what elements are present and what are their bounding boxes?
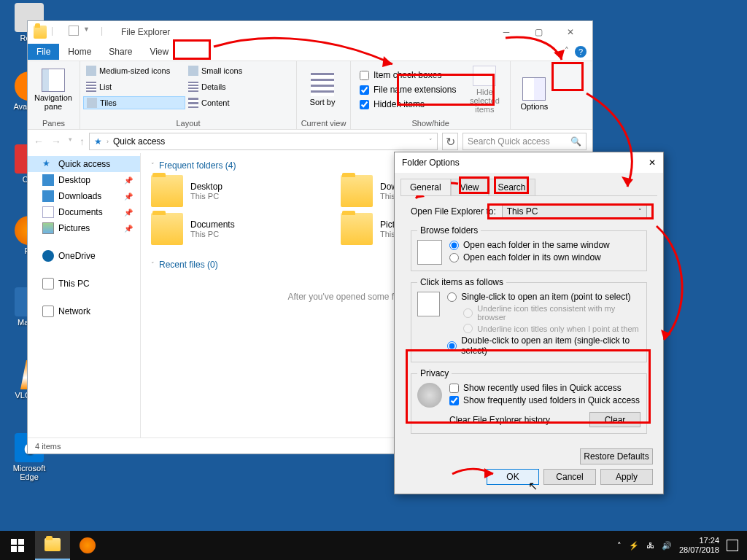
back-button[interactable]: ←: [34, 136, 44, 147]
folder-icon: [34, 26, 47, 39]
minimize-button[interactable]: ─: [490, 22, 522, 42]
clear-button[interactable]: Clear: [589, 412, 640, 427]
radio-same-window[interactable]: Open each folder in the same window: [449, 240, 610, 250]
tray-chevron-icon[interactable]: ˄: [617, 541, 622, 551]
close-button[interactable]: ✕: [554, 22, 587, 42]
hide-selected-button[interactable]: Hide selected items: [462, 63, 507, 117]
sidebar-item-documents[interactable]: Documents📌: [28, 204, 140, 220]
chk-item-checkboxes[interactable]: Item check boxes: [360, 69, 456, 81]
group-label: [511, 127, 557, 129]
taskbar-explorer[interactable]: [35, 531, 70, 560]
ribbon-tabs: File Home Share View ˄ ?: [28, 43, 592, 61]
cursor-icon: ↖: [528, 479, 538, 493]
search-input[interactable]: Search Quick access 🔍: [462, 133, 587, 150]
dlg-tab-general[interactable]: General: [400, 179, 451, 195]
titlebar[interactable]: | ▼ | File Explorer ─ ▢ ✕: [28, 21, 592, 43]
taskbar-firefox[interactable]: [70, 531, 105, 560]
privacy-group: Privacy Show recently used files in Quic…: [411, 368, 647, 434]
qa-icon[interactable]: [69, 26, 79, 36]
search-icon: 🔍: [570, 136, 581, 147]
desktop-label: Microsoft Edge: [13, 464, 46, 481]
close-button[interactable]: ✕: [649, 158, 656, 168]
chk-recent-files[interactable]: Show recently used files in Quick access: [449, 383, 640, 393]
privacy-icon: [417, 383, 442, 408]
layout-tiles[interactable]: Tiles: [83, 96, 185, 109]
sidebar-item-thispc[interactable]: This PC: [28, 276, 140, 292]
tab-view[interactable]: View: [141, 44, 177, 60]
navigation-pane-button[interactable]: Navigation pane: [31, 63, 76, 117]
chevron-down-icon[interactable]: ▼: [83, 26, 96, 39]
taskbar: ˄ ⚡ 🖧 🔊 17:24 28/07/2018: [0, 531, 747, 560]
radio-own-window[interactable]: Open each folder in its own window: [449, 252, 610, 262]
tab-share[interactable]: Share: [100, 44, 141, 60]
svg-rect-1: [18, 539, 24, 545]
dlg-tab-search[interactable]: Search: [489, 179, 535, 195]
layout-medium[interactable]: Medium-sized icons: [83, 65, 185, 77]
divider: |: [101, 26, 114, 39]
refresh-button[interactable]: ↻: [442, 133, 458, 150]
collapse-ribbon-icon[interactable]: ˄: [565, 46, 569, 58]
notifications-icon[interactable]: [727, 540, 738, 551]
breadcrumb-text: Quick access: [113, 136, 165, 147]
pin-icon: 📌: [124, 192, 133, 201]
sidebar: ★Quick access Desktop📌 Downloads📌 Docume…: [28, 153, 141, 438]
dialog-title: Folder Options: [402, 158, 460, 168]
tile-desktop[interactable]: DesktopThis PC: [151, 175, 311, 207]
sidebar-item-quick-access[interactable]: ★Quick access: [28, 156, 140, 172]
clock[interactable]: 17:24 28/07/2018: [679, 536, 719, 555]
layout-details[interactable]: Details: [185, 81, 287, 93]
group-label: Panes: [28, 118, 80, 129]
tile-documents[interactable]: DocumentsThis PC: [151, 213, 311, 245]
folder-options-dialog: Folder Options ✕ General View Search Ope…: [394, 152, 664, 494]
layout-content[interactable]: Content: [185, 97, 287, 109]
restore-defaults-button[interactable]: Restore Defaults: [580, 448, 653, 464]
clear-history-label: Clear File Explorer history: [449, 415, 550, 425]
layout-small[interactable]: Small icons: [185, 65, 287, 77]
tab-home[interactable]: Home: [59, 44, 100, 60]
sidebar-item-desktop[interactable]: Desktop📌: [28, 172, 140, 188]
up-button[interactable]: ↑: [80, 136, 85, 147]
system-tray: ˄ ⚡ 🖧 🔊 17:24 28/07/2018: [617, 536, 747, 555]
divider: |: [51, 26, 64, 39]
click-items-group: Click items as follows Single-click to o…: [411, 277, 647, 362]
layout-list[interactable]: List: [83, 81, 185, 93]
volume-icon[interactable]: 🔊: [662, 541, 672, 551]
forward-button[interactable]: →: [51, 136, 61, 147]
window-title: File Explorer: [121, 27, 170, 37]
dialog-titlebar[interactable]: Folder Options ✕: [395, 152, 663, 173]
options-button[interactable]: Options: [514, 63, 554, 125]
radio-single-click[interactable]: Single-click to open an item (point to s…: [447, 292, 640, 302]
recent-button[interactable]: ▾: [69, 136, 72, 147]
pin-icon: 📌: [124, 209, 133, 217]
tab-file[interactable]: File: [28, 44, 59, 60]
cancel-button[interactable]: Cancel: [543, 469, 596, 485]
svg-rect-0: [11, 539, 17, 545]
sidebar-item-pictures[interactable]: Pictures📌: [28, 220, 140, 236]
pin-icon: 📌: [124, 176, 133, 184]
svg-rect-3: [18, 546, 24, 552]
sidebar-item-network[interactable]: Network: [28, 303, 140, 319]
sidebar-item-downloads[interactable]: Downloads📌: [28, 188, 140, 204]
battery-icon[interactable]: ⚡: [629, 541, 639, 551]
chk-frequent-folders[interactable]: Show frequently used folders in Quick ac…: [449, 395, 640, 405]
ribbon: Navigation pane Panes Medium-sized icons…: [28, 61, 592, 130]
dlg-tab-view[interactable]: View: [451, 179, 489, 195]
open-to-label: Open File Explorer to:: [411, 206, 496, 217]
radio-double-click[interactable]: Double-click to open an item (single-cli…: [447, 335, 640, 356]
start-button[interactable]: [0, 531, 35, 560]
svg-rect-2: [11, 546, 17, 552]
group-label: Show/hide: [351, 118, 510, 129]
chk-hidden-items[interactable]: Hidden items: [360, 98, 456, 110]
maximize-button[interactable]: ▢: [522, 22, 554, 42]
click-icon: [417, 292, 440, 316]
sort-by-button[interactable]: Sort by: [300, 63, 345, 117]
apply-button[interactable]: Apply: [600, 469, 653, 485]
network-icon[interactable]: 🖧: [646, 541, 654, 550]
breadcrumb[interactable]: ★ › Quick access ˅: [89, 133, 438, 150]
sidebar-item-onedrive[interactable]: OneDrive: [28, 248, 140, 264]
layout-gallery[interactable]: Medium-sized icons Small icons List Deta…: [83, 63, 293, 117]
chk-file-extensions[interactable]: File name extensions: [360, 84, 456, 96]
help-icon[interactable]: ?: [575, 46, 587, 58]
open-to-select[interactable]: This PC˅: [502, 203, 647, 219]
chevron-down-icon: ˅: [638, 208, 642, 215]
